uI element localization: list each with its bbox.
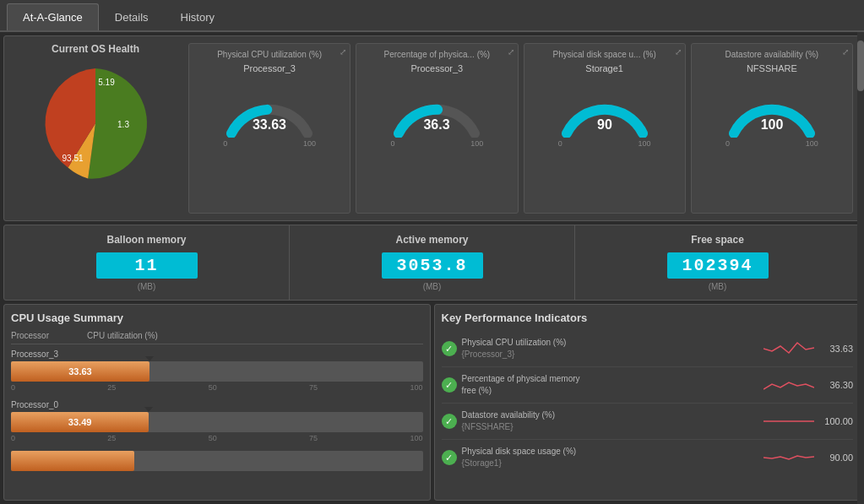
metric-free-value: 102394 [667, 252, 769, 279]
cpu-bar-3 [11, 451, 423, 471]
kpi-spark-2 [763, 372, 814, 398]
gauge-disk-range: 0 100 [558, 139, 651, 148]
tab-details[interactable]: Details [99, 3, 165, 30]
cpu-axis-2: 0255075100 [11, 434, 423, 442]
gauge-datastore: Datastore availability (%) ⤢ NFSSHARE 10… [691, 43, 853, 214]
cpu-table-header: Processor CPU utilization (%) [11, 331, 423, 344]
metric-active-value: 3053.8 [382, 252, 483, 279]
kpi-spark-4 [763, 445, 814, 470]
kpi-val-4: 90.00 [819, 453, 853, 463]
metric-free-unit: (MB) [709, 282, 727, 291]
bottom-section: CPU Usage Summary Processor CPU utilizat… [3, 304, 861, 501]
kpi-label-3: Datastore availability (%){NFSSHARE} [462, 409, 759, 433]
metric-free-space: Free space 102394 (MB) [575, 225, 860, 300]
gauge-ds-title: Datastore availability (%) [725, 49, 819, 60]
cpu-summary-title: CPU Usage Summary [11, 312, 423, 324]
gauge-disk-svg: 90 [558, 79, 651, 138]
svg-text:90: 90 [597, 117, 612, 132]
expand-icon-1[interactable]: ⤢ [340, 47, 346, 57]
gauge-cpu-title: Physical CPU utilization (%) [217, 49, 322, 60]
kpi-val-2: 36.30 [819, 380, 853, 390]
gauge-ds-subtitle: NFSSHARE [747, 63, 797, 73]
gauge-disk-subtitle: Storage1 [585, 63, 623, 73]
cpu-fill-1: 33.63 [11, 361, 149, 382]
os-health-panel: Current OS Health 5.19 1.3 93.51 [11, 43, 180, 214]
kpi-label-1: Physical CPU utilization (%){Processor_3… [462, 337, 759, 360]
gauge-mem-subtitle: Processor_3 [410, 63, 463, 73]
kpi-check-2: ✓ [442, 377, 457, 393]
cpu-bar-2: 33.49 [11, 412, 423, 432]
svg-text:33.63: 33.63 [253, 117, 286, 132]
gauge-cpu-util: Physical CPU utilization (%) ⤢ Processor… [188, 43, 350, 214]
metrics-section: Balloon memory 11 (MB) Active memory 305… [3, 225, 861, 301]
metric-balloon: Balloon memory 11 (MB) [4, 225, 290, 300]
svg-text:93.51: 93.51 [62, 154, 83, 163]
expand-icon-2[interactable]: ⤢ [508, 47, 514, 57]
gauge-mem-title: Percentage of physica... (%) [384, 49, 491, 60]
expand-icon-3[interactable]: ⤢ [675, 47, 682, 57]
os-health-pie: 5.19 1.3 93.51 [32, 60, 159, 187]
kpi-row-3: ✓ Datastore availability (%){NFSSHARE} 1… [442, 404, 854, 440]
cpu-val-2: 33.49 [68, 417, 92, 427]
svg-text:36.3: 36.3 [424, 117, 450, 132]
kpi-panel: Key Performance Indicators ✓ Physical CP… [434, 304, 861, 501]
kpi-row-1: ✓ Physical CPU utilization (%){Processor… [442, 331, 854, 367]
gauge-ds-svg: 100 [725, 79, 818, 138]
gauge-cpu-subtitle: Processor_3 [243, 63, 296, 73]
cpu-summary-panel: CPU Usage Summary Processor CPU utilizat… [3, 304, 431, 501]
top-section: Current OS Health 5.19 1.3 93.51 [3, 35, 861, 221]
svg-text:5.19: 5.19 [98, 78, 115, 87]
gauge-panels: Physical CPU utilization (%) ⤢ Processor… [188, 43, 853, 214]
expand-icon-4[interactable]: ⤢ [842, 47, 849, 57]
tab-history[interactable]: History [165, 3, 231, 30]
kpi-check-3: ✓ [442, 414, 457, 429]
kpi-val-1: 33.63 [819, 344, 853, 354]
kpi-check-1: ✓ [442, 341, 457, 356]
scrollbar[interactable] [857, 32, 864, 504]
metric-active-title: Active memory [395, 234, 468, 246]
metric-balloon-unit: (MB) [138, 282, 156, 291]
metric-active-mem: Active memory 3053.8 (MB) [290, 225, 575, 300]
kpi-val-3: 100.00 [819, 416, 853, 426]
cpu-col-util-label: CPU utilization (%) [87, 331, 423, 340]
kpi-title: Key Performance Indicators [442, 312, 854, 324]
tab-bar: At-A-Glance Details History [0, 0, 864, 32]
cpu-row-1: Processor_3 33.63 0255075100 [11, 350, 423, 392]
main-content: Current OS Health 5.19 1.3 93.51 [0, 32, 864, 504]
gauge-disk: Physical disk space u... (%) ⤢ Storage1 … [524, 43, 686, 214]
metric-active-unit: (MB) [423, 282, 442, 291]
kpi-label-2: Percentage of physical memoryfree (%) [462, 373, 759, 397]
gauge-mem-range: 0 100 [390, 139, 483, 148]
gauge-ds-range: 0 100 [725, 139, 818, 148]
cpu-val-1: 33.63 [68, 366, 92, 377]
kpi-row-4: ✓ Physical disk space usage (%){Storage1… [442, 440, 854, 475]
cpu-proc-0-label: Processor_0 [11, 400, 423, 409]
cpu-fill-2: 33.49 [11, 412, 149, 432]
gauge-mem-pct: Percentage of physica... (%) ⤢ Processor… [356, 43, 518, 214]
kpi-label-4: Physical disk space usage (%){Storage1} [462, 446, 759, 469]
kpi-spark-1 [763, 336, 814, 361]
cpu-proc-3-label: Processor_3 [11, 350, 423, 359]
cpu-row-3 [11, 451, 423, 471]
cpu-bar-1: 33.63 [11, 361, 423, 382]
cpu-col-proc-label: Processor [11, 331, 87, 340]
os-health-title: Current OS Health [52, 43, 139, 55]
kpi-spark-3 [763, 409, 814, 434]
cpu-axis-1: 0255075100 [11, 383, 423, 392]
cpu-row-2: Processor_0 33.49 0255075100 [11, 400, 423, 442]
scrollbar-thumb[interactable] [857, 41, 864, 91]
kpi-check-4: ✓ [442, 450, 457, 465]
cpu-fill-3 [11, 451, 134, 471]
tab-at-a-glance[interactable]: At-A-Glance [7, 3, 99, 30]
svg-text:100: 100 [761, 117, 784, 132]
kpi-row-2: ✓ Percentage of physical memoryfree (%) … [442, 367, 854, 404]
metric-free-title: Free space [691, 234, 744, 246]
metric-balloon-title: Balloon memory [106, 234, 186, 246]
svg-text:1.3: 1.3 [117, 120, 129, 129]
gauge-disk-title: Physical disk space u... (%) [552, 49, 655, 60]
gauge-cpu-range: 0 100 [223, 139, 316, 148]
gauge-mem-svg: 36.3 [390, 79, 483, 138]
gauge-cpu-svg: 33.63 [223, 79, 316, 138]
metric-balloon-value: 11 [96, 252, 198, 279]
